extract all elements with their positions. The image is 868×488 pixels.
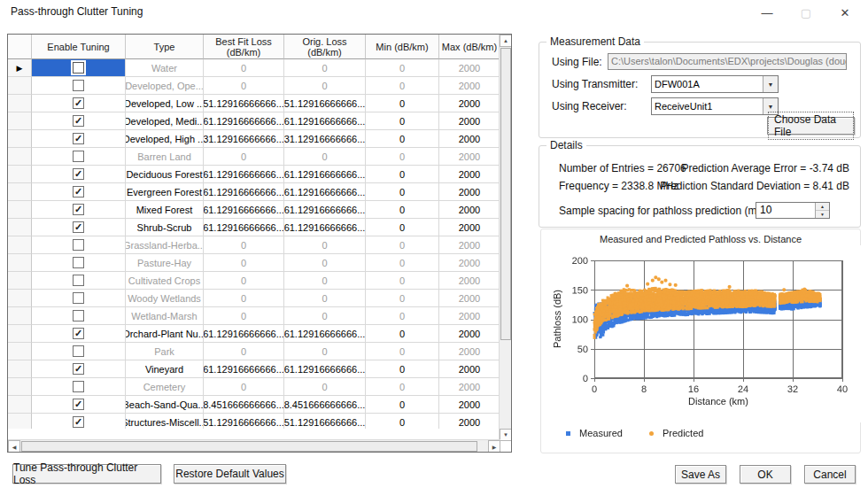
row-header[interactable] xyxy=(8,166,32,183)
min-cell[interactable]: 0 xyxy=(366,396,439,414)
enable-tuning-checkbox[interactable]: ✓ xyxy=(73,168,84,180)
min-cell[interactable]: 0 xyxy=(366,307,439,325)
enable-tuning-cell[interactable]: ✓ xyxy=(32,360,126,378)
close-icon[interactable]: ✕ xyxy=(825,0,864,25)
orig-loss-cell[interactable]: 61.12916666666... xyxy=(284,325,366,343)
scroll-right-icon[interactable]: ▶ xyxy=(488,440,500,453)
max-cell[interactable]: 2000 xyxy=(439,166,500,183)
spin-up-icon[interactable]: ▲ xyxy=(816,203,829,211)
min-cell[interactable]: 0 xyxy=(366,201,439,219)
orig-loss-cell[interactable]: 61.12916666666... xyxy=(284,183,366,201)
best-fit-loss-cell[interactable]: 61.12916666666... xyxy=(204,201,284,219)
type-cell[interactable]: Orchard-Plant Nu... xyxy=(126,325,204,343)
enable-tuning-cell[interactable]: ✓ xyxy=(32,183,126,201)
orig-loss-cell[interactable]: 0 xyxy=(284,148,366,166)
best-fit-loss-cell[interactable]: 0 xyxy=(204,272,284,290)
row-header[interactable] xyxy=(8,219,32,236)
row-header[interactable] xyxy=(8,307,32,325)
min-cell[interactable]: 0 xyxy=(366,272,439,290)
enable-tuning-cell[interactable] xyxy=(32,236,126,254)
max-cell[interactable]: 2000 xyxy=(439,130,500,148)
row-header[interactable] xyxy=(8,201,32,219)
choose-data-file-button[interactable]: Choose Data File xyxy=(767,117,855,135)
best-fit-loss-cell[interactable]: 0 xyxy=(204,307,284,325)
minimize-icon[interactable]: — xyxy=(748,0,787,25)
orig-loss-cell[interactable]: 51.12916666666... xyxy=(284,95,366,112)
type-cell[interactable]: Cultivated Crops xyxy=(126,272,204,290)
enable-tuning-checkbox[interactable] xyxy=(73,275,84,286)
min-cell[interactable]: 0 xyxy=(366,414,439,429)
enable-tuning-checkbox[interactable] xyxy=(73,62,84,74)
row-header[interactable] xyxy=(8,95,32,112)
best-fit-loss-cell[interactable]: 0 xyxy=(204,236,284,254)
type-cell[interactable]: Beach-Sand-Qua... xyxy=(126,396,204,414)
row-header[interactable] xyxy=(8,290,32,307)
enable-tuning-cell[interactable]: ✓ xyxy=(32,396,126,414)
enable-tuning-cell[interactable]: ✓ xyxy=(32,219,126,236)
orig-loss-cell[interactable]: 51.12916666666... xyxy=(284,414,366,429)
spin-down-icon[interactable]: ▼ xyxy=(816,211,829,218)
min-cell[interactable]: 0 xyxy=(366,290,439,307)
min-cell[interactable]: 0 xyxy=(366,219,439,236)
min-cell[interactable]: 0 xyxy=(366,59,439,77)
best-fit-loss-cell[interactable]: 0 xyxy=(204,254,284,272)
enable-tuning-cell[interactable]: ✓ xyxy=(32,95,126,112)
column-header[interactable]: Enable Tuning xyxy=(32,35,126,59)
enable-tuning-cell[interactable] xyxy=(32,378,126,396)
row-header[interactable] xyxy=(8,148,32,166)
save-as-button[interactable]: Save As xyxy=(675,465,726,484)
best-fit-loss-cell[interactable]: 0 xyxy=(204,148,284,166)
best-fit-loss-cell[interactable]: 61.12916666666... xyxy=(204,360,284,378)
best-fit-loss-cell[interactable]: 31.12916666666... xyxy=(204,130,284,148)
max-cell[interactable]: 2000 xyxy=(439,59,500,77)
enable-tuning-checkbox[interactable] xyxy=(73,80,84,91)
enable-tuning-checkbox[interactable]: ✓ xyxy=(73,328,84,339)
best-fit-loss-cell[interactable]: 0 xyxy=(204,77,284,95)
best-fit-loss-cell[interactable]: 61.12916666666... xyxy=(204,325,284,343)
enable-tuning-checkbox[interactable]: ✓ xyxy=(73,416,84,428)
type-cell[interactable]: Developed, Low ... xyxy=(126,95,204,112)
max-cell[interactable]: 2000 xyxy=(439,396,500,414)
vertical-scrollbar[interactable]: ▲ ▼ xyxy=(499,35,511,441)
max-cell[interactable]: 2000 xyxy=(439,201,500,219)
horizontal-scroll-thumb[interactable] xyxy=(21,441,477,452)
best-fit-loss-cell[interactable]: 0 xyxy=(204,343,284,360)
min-cell[interactable]: 0 xyxy=(366,130,439,148)
sample-spacing-stepper[interactable]: 10 ▲ ▼ xyxy=(756,202,830,219)
enable-tuning-cell[interactable]: ✓ xyxy=(32,112,126,130)
row-header[interactable] xyxy=(8,325,32,343)
max-cell[interactable]: 2000 xyxy=(439,183,500,201)
using-transmitter-select[interactable]: DFW001A ▼ xyxy=(651,75,779,93)
enable-tuning-cell[interactable] xyxy=(32,77,126,95)
type-cell[interactable]: Developed, High ... xyxy=(126,130,204,148)
orig-loss-cell[interactable]: 61.12916666666... xyxy=(284,112,366,130)
max-cell[interactable]: 2000 xyxy=(439,378,500,396)
restore-default-values-button[interactable]: Restore Default Values xyxy=(174,464,286,484)
orig-loss-cell[interactable]: 8.451666666666... xyxy=(284,396,366,414)
orig-loss-cell[interactable]: 0 xyxy=(284,307,366,325)
orig-loss-cell[interactable]: 0 xyxy=(284,236,366,254)
min-cell[interactable]: 0 xyxy=(366,254,439,272)
type-cell[interactable]: Shrub-Scrub xyxy=(126,219,204,236)
min-cell[interactable]: 0 xyxy=(366,325,439,343)
type-cell[interactable]: Woody Wetlands xyxy=(126,290,204,307)
enable-tuning-checkbox[interactable]: ✓ xyxy=(73,115,84,127)
type-cell[interactable]: Developed, Ope... xyxy=(126,77,204,95)
type-cell[interactable]: Barren Land xyxy=(126,148,204,166)
chevron-down-icon[interactable]: ▼ xyxy=(763,76,778,92)
orig-loss-cell[interactable]: 61.12916666666... xyxy=(284,219,366,236)
row-header[interactable] xyxy=(8,236,32,254)
type-cell[interactable]: Mixed Forest xyxy=(126,201,204,219)
max-cell[interactable]: 2000 xyxy=(439,148,500,166)
enable-tuning-checkbox[interactable]: ✓ xyxy=(73,221,84,233)
enable-tuning-checkbox[interactable] xyxy=(73,345,84,357)
max-cell[interactable]: 2000 xyxy=(439,360,500,378)
scroll-down-icon[interactable]: ▼ xyxy=(500,429,512,441)
tune-pass-through-clutter-loss-button[interactable]: Tune Pass-through Clutter Loss xyxy=(12,464,161,484)
min-cell[interactable]: 0 xyxy=(366,378,439,396)
enable-tuning-cell[interactable] xyxy=(32,272,126,290)
ok-button[interactable]: OK xyxy=(740,465,791,484)
type-cell[interactable]: Park xyxy=(126,343,204,360)
enable-tuning-cell[interactable] xyxy=(32,254,126,272)
cancel-button[interactable]: Cancel xyxy=(804,465,856,484)
